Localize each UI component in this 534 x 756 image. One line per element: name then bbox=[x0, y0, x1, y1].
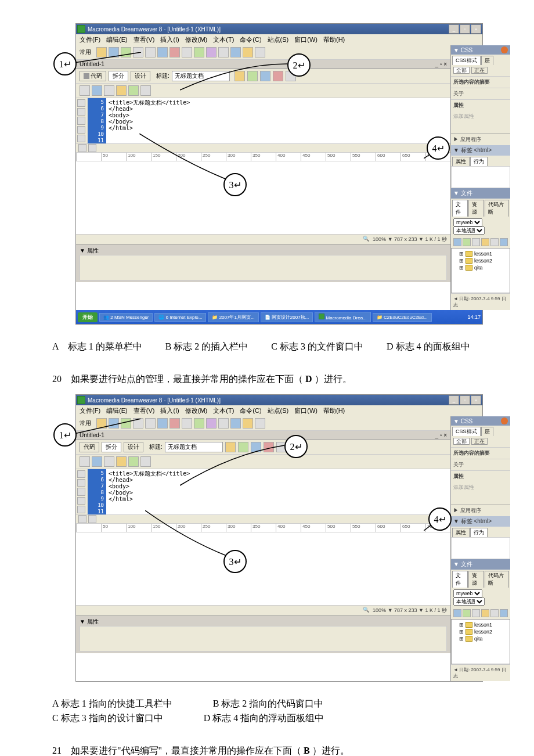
design-view: 5010015020025030035040045050055060065070… bbox=[76, 153, 450, 234]
task-item: 📁 2007年1月网页... bbox=[208, 312, 258, 322]
ruler: 5010015020025030035040045050055060065070… bbox=[76, 524, 450, 532]
dreamweaver-icon bbox=[77, 25, 85, 33]
callout-line bbox=[180, 58, 290, 93]
option-a: A 标志 1 的菜单栏中 bbox=[52, 341, 142, 353]
files-tool-icon bbox=[490, 609, 499, 617]
files-tool-icon bbox=[453, 238, 461, 246]
view-design-btn: 设计 bbox=[124, 442, 143, 452]
option-b: B 标志 2 指向的代码窗口中 bbox=[213, 698, 324, 710]
taskbar: 开始 👥 2 MSN Messenger 🌐 6 Internet Explo.… bbox=[76, 310, 482, 324]
code-tool-icon bbox=[77, 497, 85, 505]
answer-options-2: A 标志 1 指向的快捷工具栏中B 标志 2 指向的代码窗口中 C 标志 3 指… bbox=[52, 698, 493, 725]
menu-window: 窗口(W) bbox=[294, 35, 317, 44]
files-tool-icon bbox=[472, 238, 480, 246]
view-split-btn: 拆分 bbox=[109, 71, 128, 81]
status-bar: 🔍100% ▼ 787 x 233 ▼ 1 K / 1 秒 bbox=[76, 605, 450, 615]
task-item: 🌐 6 Internet Explo... bbox=[154, 313, 206, 322]
css-props-label: 属性 bbox=[451, 99, 510, 111]
css-panel-header: ▼ CSS bbox=[451, 45, 510, 55]
menu-view: 查看(V) bbox=[134, 35, 155, 44]
tool-icon bbox=[128, 85, 139, 96]
code-tool-icon bbox=[77, 488, 85, 495]
tool-icon bbox=[145, 418, 156, 429]
option-c: C 标志 3 的文件窗口中 bbox=[271, 341, 363, 353]
folder-icon bbox=[466, 629, 472, 635]
task-item: 📁 C2EduC2EduC2Ed... bbox=[373, 313, 432, 322]
screenshot-1: Macromedia Dreamweaver 8 - [Untitled-1 (… bbox=[75, 23, 493, 325]
code-tool-icon bbox=[77, 108, 85, 116]
refresh-icon bbox=[463, 609, 471, 617]
file-tree: ⊞lesson1 ⊞lesson2 ⊞qita bbox=[451, 619, 510, 664]
help-icon bbox=[501, 417, 508, 424]
tool-icon bbox=[206, 418, 217, 429]
splitter bbox=[76, 143, 450, 153]
code-view: 567891011 <title>无标题文档</title></head><bo… bbox=[76, 98, 450, 143]
file-tree: ⊞lesson1 ⊞lesson2 ⊞qita bbox=[451, 248, 510, 293]
folder-icon bbox=[466, 636, 472, 642]
code-tool-icon bbox=[77, 479, 85, 487]
status-bar: 🔍100% ▼ 787 x 233 ▼ 1 K / 1 秒 bbox=[76, 234, 450, 244]
tool-icon bbox=[145, 47, 156, 57]
folder-icon bbox=[466, 258, 472, 264]
question-21: 21 如果要进行"代码编写"，最直接并常用的操作应在下面（ B ）进行。 bbox=[52, 745, 493, 756]
files-tool-icon bbox=[500, 609, 508, 617]
answer-21: B bbox=[304, 746, 310, 755]
tab-files: 文件 bbox=[452, 200, 468, 217]
tab-assets: 资源 bbox=[468, 200, 484, 217]
tab-css-styles: CSS样式 bbox=[452, 56, 481, 65]
css-add-prop: 添加属性 bbox=[451, 111, 510, 122]
option-d: D 标志 4 指向的浮动面板组中 bbox=[204, 712, 324, 725]
app-panel-header: ▶ 应用程序 bbox=[451, 134, 510, 145]
menu-site: 站点(S) bbox=[268, 35, 289, 44]
answer-20: D bbox=[305, 374, 312, 384]
tag-panel-header: ▼ 标签 <html> bbox=[451, 516, 510, 527]
menu-help: 帮助(H) bbox=[323, 35, 345, 44]
tool-icon bbox=[116, 456, 127, 467]
svg-line-2 bbox=[74, 419, 141, 434]
menu-insert: 插入(I) bbox=[160, 35, 179, 44]
tree-item: lesson2 bbox=[474, 258, 492, 264]
tool-icon bbox=[169, 47, 180, 57]
tool-icon bbox=[230, 47, 241, 57]
tool-icon bbox=[92, 85, 102, 96]
tool-icon bbox=[104, 456, 114, 467]
maximize-icon: ▫ bbox=[460, 395, 470, 405]
tool-icon bbox=[80, 456, 90, 467]
css-all-btn: 全部 bbox=[453, 67, 470, 74]
files-tool-icon bbox=[500, 238, 508, 246]
titlebar: Macromedia Dreamweaver 8 - [Untitled-1 (… bbox=[76, 395, 482, 405]
css-about-label: 关于 bbox=[451, 88, 510, 99]
view-code-btn: 代码 bbox=[80, 71, 106, 81]
tool-icon bbox=[243, 418, 253, 429]
menubar: 文件(F) 编辑(E) 查看(V) 插入(I) 修改(M) 文本(T) 命令(C… bbox=[76, 34, 482, 45]
code-tool-icon bbox=[77, 99, 85, 107]
answer-options-1: A 标志 1 的菜单栏中 B 标志 2 的插入栏中 C 标志 3 的文件窗口中 … bbox=[52, 341, 493, 353]
files-tool-icon bbox=[481, 238, 489, 246]
callout-line bbox=[74, 419, 144, 436]
menubar: 文件(F)编辑(E)查看(V)插入(I)修改(M)文本(T)命令(C)站点(S)… bbox=[76, 405, 482, 416]
minimize-icon: _ bbox=[449, 24, 459, 34]
menu-commands: 命令(C) bbox=[240, 35, 261, 44]
title-label: 标题: bbox=[156, 72, 169, 80]
system-tray: 14:17 bbox=[467, 314, 481, 320]
properties-header: ▼ 属性 bbox=[80, 247, 447, 255]
callout-line bbox=[145, 510, 232, 563]
callout-line bbox=[139, 134, 232, 186]
callout-2: 2↵ bbox=[287, 53, 311, 77]
tool-icon bbox=[140, 456, 151, 467]
panel-group: ▼ CSS CSS样式层 全部 正在 所选内容的摘要 关于 属性 添加属性 ▶ … bbox=[450, 45, 510, 310]
callout-3: 3↵ bbox=[223, 173, 247, 196]
files-panel-header: ▼ 文件 bbox=[451, 188, 510, 199]
option-a: A 标志 1 指向的快捷工具栏中 bbox=[52, 698, 172, 710]
option-b: B 标志 2 的插入栏中 bbox=[165, 341, 248, 353]
tool-icon bbox=[218, 418, 229, 429]
folder-icon bbox=[466, 622, 472, 628]
close-icon: × bbox=[471, 24, 481, 34]
files-tool-icon bbox=[481, 609, 489, 617]
tool-icon bbox=[80, 85, 90, 96]
question-20: 20 如果要进行站点的管理，最直接并常用的操作应在下面（ D ）进行。 bbox=[52, 373, 493, 386]
view-code-btn: 代码 bbox=[80, 442, 99, 452]
tool-icon bbox=[243, 47, 253, 57]
task-item: Macromedia Drea... bbox=[315, 312, 370, 322]
css-summary-label: 所选内容的摘要 bbox=[451, 76, 510, 88]
